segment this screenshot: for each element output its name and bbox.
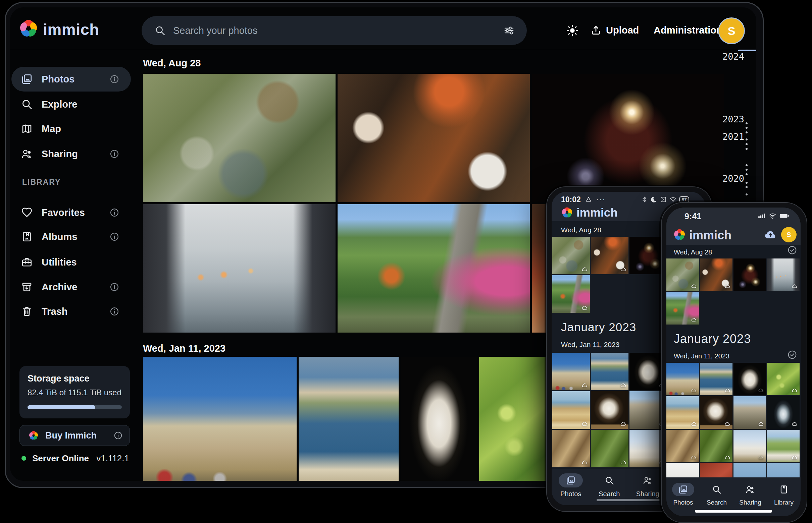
sidebar-section-library: LIBRARY: [22, 178, 61, 187]
photo-beach[interactable]: [667, 396, 699, 429]
info-icon[interactable]: [114, 431, 123, 440]
photo-alpine[interactable]: [767, 430, 799, 462]
photo-garden[interactable]: [338, 204, 530, 332]
user-avatar[interactable]: S: [781, 227, 797, 242]
cloud-sync-icon: [725, 421, 730, 427]
select-all-check-icon[interactable]: [787, 350, 797, 360]
search-bar[interactable]: Search your photos: [142, 16, 527, 45]
storage-progress-fill: [28, 405, 95, 409]
photo-garden[interactable]: [552, 275, 590, 313]
sidebar-item-albums[interactable]: Albums: [12, 224, 131, 249]
timeline-year[interactable]: 2021: [721, 131, 744, 142]
photo-fireworks[interactable]: [733, 258, 766, 291]
photos-icon: [21, 73, 33, 85]
theme-toggle-icon[interactable]: [566, 24, 579, 37]
info-icon[interactable]: [109, 208, 119, 218]
wifi-icon: [769, 212, 777, 220]
header-divider: [10, 49, 756, 49]
photo-coastal[interactable]: [299, 357, 399, 481]
photo-garden[interactable]: [667, 292, 699, 325]
info-icon[interactable]: [109, 232, 119, 242]
battery-icon: [779, 211, 789, 221]
photo-coastal[interactable]: [591, 353, 628, 390]
sidebar-item-sharing[interactable]: Sharing: [12, 142, 131, 166]
photo-dinner[interactable]: [338, 74, 530, 202]
photo-dinner[interactable]: [591, 237, 628, 274]
buy-immich-button[interactable]: Buy Immich: [19, 425, 130, 446]
photo-zoo[interactable]: [667, 258, 699, 291]
photo-fireworks[interactable]: [532, 74, 724, 202]
sidebar-item-photos[interactable]: Photos: [12, 67, 131, 92]
photo-hands[interactable]: [767, 258, 799, 291]
timeline-year[interactable]: 2024: [721, 51, 744, 62]
photo-lizard2[interactable]: [700, 430, 732, 462]
photo-rockbust[interactable]: [591, 391, 628, 429]
info-icon[interactable]: [109, 149, 119, 159]
photo-row: [552, 430, 667, 467]
sidebar-item-explore[interactable]: Explore: [12, 92, 131, 117]
server-status-row: Server Online v1.112.1: [19, 453, 130, 463]
photo-lizard2[interactable]: [591, 430, 628, 467]
info-icon[interactable]: [109, 306, 119, 317]
timeline-dot: [746, 194, 747, 196]
photo-castle[interactable]: [667, 363, 699, 395]
photo-castle[interactable]: [552, 353, 590, 390]
photo-row: [552, 237, 667, 274]
sidebar-item-label: Explore: [41, 99, 77, 110]
photo-rockbust[interactable]: [700, 396, 732, 429]
sidebar-item-map[interactable]: Map: [12, 116, 131, 141]
timeline-dot: [746, 148, 747, 150]
search-filters-icon[interactable]: [503, 25, 515, 36]
administration-link[interactable]: Administration: [654, 21, 722, 39]
photo-zoo[interactable]: [552, 237, 590, 274]
photo-zoo[interactable]: [143, 74, 335, 202]
photo-hands[interactable]: [143, 204, 335, 332]
sidebar-item-utilities[interactable]: Utilities: [12, 250, 131, 274]
photo-castle[interactable]: [143, 357, 297, 481]
immich-logo-icon: [560, 206, 574, 219]
timeline-year[interactable]: 2020: [721, 173, 744, 184]
photo-bustdark[interactable]: [733, 363, 766, 395]
cloud-sync-icon: [582, 459, 588, 465]
sidebar-item-label: Photos: [41, 74, 74, 85]
cloud-sync-icon: [725, 283, 730, 289]
sidebar-item-trash[interactable]: Trash: [12, 299, 131, 324]
photo-seagrapes[interactable]: [479, 357, 556, 481]
nav-label: Photos: [560, 490, 581, 498]
photo-row: [143, 357, 556, 481]
cloud-sync-icon: [620, 459, 626, 465]
upload-button[interactable]: Upload: [590, 21, 639, 39]
photo-lizard1[interactable]: [667, 430, 699, 462]
photo-beach[interactable]: [552, 391, 590, 429]
info-icon[interactable]: [109, 282, 119, 292]
cloud-sync-icon: [691, 387, 697, 393]
ios-clock: 9:41: [685, 212, 701, 221]
photo-seagrapes[interactable]: [767, 363, 799, 395]
home-indicator[interactable]: [695, 510, 772, 512]
home-indicator[interactable]: [597, 499, 660, 501]
sharing-icon: [21, 148, 33, 160]
photo-coastal[interactable]: [700, 363, 732, 395]
photo-silvertree[interactable]: [767, 396, 799, 429]
albums-icon: [21, 231, 33, 243]
dnd-moon-icon: [650, 196, 657, 203]
timeline-year[interactable]: 2023: [721, 114, 744, 124]
user-avatar[interactable]: S: [718, 17, 745, 44]
photo-dinner[interactable]: [700, 258, 732, 291]
cloud-sync-icon: [620, 382, 626, 388]
select-all-check-icon[interactable]: [787, 245, 797, 255]
nav-label: Sharing: [636, 490, 659, 498]
backup-cloud-icon[interactable]: [764, 228, 777, 242]
cloud-sync-icon: [758, 455, 764, 460]
sidebar-item-favorites[interactable]: Favorites: [12, 200, 131, 225]
photo-snowchurch[interactable]: [733, 430, 766, 462]
photo-bustdark[interactable]: [401, 357, 477, 481]
photo-lizard1[interactable]: [552, 430, 590, 467]
immich-logo-text: immich: [689, 228, 731, 242]
nav-photos[interactable]: Photos: [552, 473, 590, 505]
photo-row: [667, 396, 799, 429]
info-icon[interactable]: [109, 74, 119, 84]
photo-ruins[interactable]: [733, 396, 766, 429]
photo-row: [552, 391, 667, 429]
sidebar-item-archive[interactable]: Archive: [12, 274, 131, 300]
